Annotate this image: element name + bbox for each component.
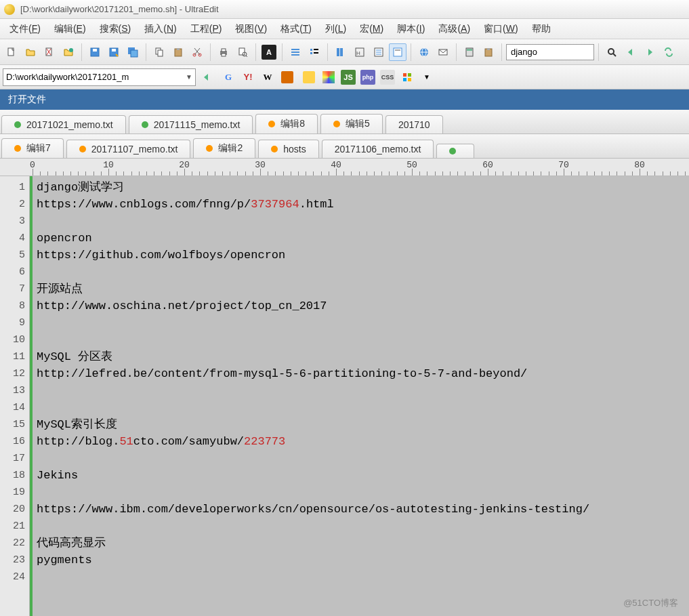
- code-line[interactable]: [37, 569, 685, 586]
- tab-label: 20171106_memo.txt: [335, 144, 421, 155]
- web-button[interactable]: [415, 43, 433, 61]
- google-search-button[interactable]: G: [220, 68, 237, 86]
- css-lang-button[interactable]: CSS: [379, 68, 396, 86]
- code-line[interactable]: https://github.com/wolfboys/opencron: [37, 247, 685, 264]
- find-prev-button[interactable]: [622, 43, 640, 61]
- hex-button[interactable]: H: [351, 43, 369, 61]
- view-tree-button[interactable]: [306, 43, 323, 61]
- tab[interactable]: 编辑2: [193, 138, 255, 158]
- code-line[interactable]: opencron: [37, 230, 685, 247]
- yahoo-search-button[interactable]: Y!: [239, 68, 257, 86]
- column-button[interactable]: [332, 43, 350, 61]
- code-line[interactable]: https://www.cnblogs.com/fnng/p/3737964.h…: [37, 196, 685, 213]
- history-back-button[interactable]: [198, 68, 215, 86]
- more-tools-button[interactable]: ▼: [418, 68, 436, 86]
- code-line[interactable]: MySQL 分区表: [37, 348, 685, 365]
- wordwrap-button[interactable]: [389, 43, 406, 61]
- replace-button[interactable]: [660, 43, 677, 61]
- code-line[interactable]: http://lefred.be/content/from-mysql-5-6-…: [37, 365, 685, 382]
- code-line[interactable]: [37, 314, 685, 331]
- close-file-button[interactable]: [41, 43, 58, 61]
- tab[interactable]: 20171107_memo.txt: [66, 140, 191, 158]
- menu-窗口[interactable]: 窗口(W): [477, 20, 525, 38]
- save-all-button[interactable]: [124, 43, 142, 61]
- func-list-button[interactable]: [370, 43, 388, 61]
- file-path-dropdown[interactable]: D:\work\dailywork\20171201_m ▼: [3, 68, 196, 86]
- print-preview-button[interactable]: [234, 43, 251, 61]
- open-file-button[interactable]: [22, 43, 39, 61]
- print-button[interactable]: [215, 43, 232, 61]
- tab[interactable]: 编辑5: [320, 114, 383, 134]
- menu-格式[interactable]: 格式(T): [274, 20, 318, 38]
- file-path-text: D:\work\dailywork\20171201_m: [6, 72, 129, 82]
- svg-rect-26: [310, 49, 312, 51]
- ftp-open-button[interactable]: [60, 43, 77, 61]
- svg-rect-29: [314, 52, 318, 54]
- code-line[interactable]: http://blog.51cto.com/samyubw/223773: [37, 433, 685, 450]
- code-line[interactable]: [37, 399, 685, 416]
- code-line[interactable]: [37, 264, 685, 281]
- code-line[interactable]: 代码高亮显示: [37, 535, 685, 552]
- menu-搜索[interactable]: 搜索(S): [93, 20, 138, 38]
- wikipedia-button[interactable]: W: [259, 68, 276, 86]
- code-line[interactable]: pygments: [37, 552, 685, 569]
- color-picker-button[interactable]: [320, 68, 337, 86]
- cut-button[interactable]: [188, 43, 206, 61]
- tab[interactable]: 201710: [385, 115, 443, 134]
- find-next-button[interactable]: [641, 43, 659, 61]
- code-line[interactable]: [37, 331, 685, 348]
- calc-button[interactable]: [461, 43, 478, 61]
- menu-宏[interactable]: 宏(M): [353, 20, 390, 38]
- code-line[interactable]: [37, 484, 685, 501]
- copy-button[interactable]: [150, 43, 168, 61]
- menu-高级[interactable]: 高级(A): [432, 20, 477, 38]
- code-line[interactable]: django测试学习: [37, 179, 685, 196]
- code-line[interactable]: http://www.oschina.net/project/top_cn_20…: [37, 297, 685, 314]
- tab[interactable]: 20171106_memo.txt: [322, 140, 434, 158]
- view-list-button[interactable]: [287, 43, 304, 61]
- clipboard-button[interactable]: [480, 43, 497, 61]
- windows-button[interactable]: [398, 68, 416, 86]
- menu-列[interactable]: 列(L): [318, 20, 353, 38]
- line-number: 12: [0, 365, 29, 382]
- code-line[interactable]: [37, 382, 685, 399]
- paste-button[interactable]: [169, 43, 187, 61]
- code-line[interactable]: [37, 213, 685, 230]
- toolbar-search-input[interactable]: [506, 44, 594, 60]
- highlight-yellow-button[interactable]: [300, 68, 318, 86]
- email-button[interactable]: [434, 43, 452, 61]
- menu-视图[interactable]: 视图(V): [228, 20, 274, 38]
- save-button[interactable]: [86, 43, 104, 61]
- menu-工程[interactable]: 工程(P): [184, 20, 229, 38]
- code-line[interactable]: [37, 450, 685, 467]
- idm-button[interactable]: [278, 68, 296, 86]
- find-button[interactable]: [603, 43, 621, 61]
- js-lang-button[interactable]: JS: [339, 68, 357, 86]
- menu-帮助[interactable]: 帮助: [525, 20, 558, 38]
- menu-脚本[interactable]: 脚本(I): [390, 20, 432, 38]
- menu-文件[interactable]: 文件(F): [3, 20, 47, 38]
- tab[interactable]: 编辑7: [1, 138, 64, 158]
- svg-rect-31: [340, 48, 343, 56]
- code-line[interactable]: [37, 518, 685, 535]
- tab[interactable]: 20171021_memo.txt: [1, 115, 126, 134]
- tab[interactable]: 编辑8: [255, 114, 318, 134]
- code-content[interactable]: django测试学习https://www.cnblogs.com/fnng/p…: [33, 176, 689, 616]
- code-line[interactable]: 开源站点: [37, 281, 685, 297]
- menu-插入[interactable]: 插入(N): [138, 20, 183, 38]
- menu-编辑[interactable]: 编辑(E): [47, 20, 93, 38]
- save-as-button[interactable]: [105, 43, 123, 61]
- svg-line-49: [613, 54, 616, 56]
- tab[interactable]: [436, 144, 474, 158]
- code-line[interactable]: https://www.ibm.com/developerworks/cn/op…: [37, 501, 685, 518]
- php-lang-button[interactable]: php: [359, 68, 377, 86]
- tab[interactable]: hosts: [258, 140, 318, 158]
- svg-rect-27: [314, 49, 318, 50]
- watermark: @51CTO博客: [623, 597, 678, 609]
- code-line[interactable]: Jekins: [37, 467, 685, 484]
- tab[interactable]: 20171115_memo.txt: [129, 115, 253, 134]
- svg-rect-8: [112, 49, 116, 52]
- code-line[interactable]: MySQL索引长度: [37, 416, 685, 433]
- spellcheck-button[interactable]: A: [260, 43, 278, 61]
- new-file-button[interactable]: [3, 43, 20, 61]
